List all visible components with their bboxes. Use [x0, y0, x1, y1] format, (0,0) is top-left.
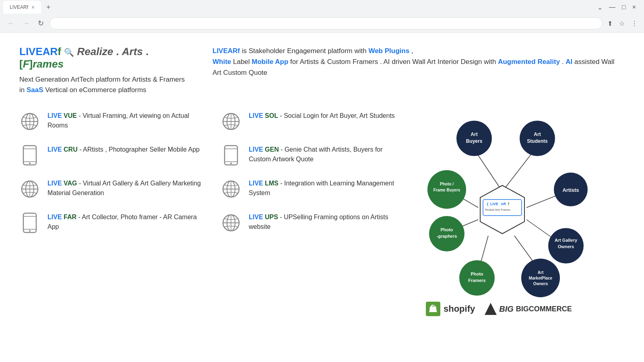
commerce-text: BIGCOMMERCE	[516, 305, 572, 313]
maximize-button[interactable]: □	[620, 2, 627, 12]
svg-text:❬: ❬	[486, 202, 489, 206]
chevron-down-icon[interactable]: ⌄	[596, 2, 604, 13]
logo-f: f	[58, 45, 61, 58]
svg-point-15	[29, 230, 31, 232]
phone-icon-far	[19, 212, 40, 233]
address-input[interactable]	[50, 17, 603, 29]
minimize-button[interactable]: —	[607, 2, 617, 12]
logo: LIVEARf 🔍 Realize . Arts . [F]rames	[19, 45, 188, 70]
svg-text:Artists: Artists	[562, 187, 579, 193]
desc-prefix: LIVEARf is Stakeholder Engagement platfo…	[213, 47, 368, 55]
ecommerce-logos: shopify BIG BIGCOMMERCE	[426, 302, 625, 316]
logo-dot1: .	[116, 45, 122, 58]
tab-title: LIVEARf	[10, 4, 28, 10]
svg-rect-20	[225, 146, 237, 165]
header-right: LIVEARf is Stakeholder Engagement platfo…	[213, 45, 625, 95]
svg-rect-12	[23, 213, 36, 232]
close-button[interactable]: ×	[631, 2, 638, 12]
sol-keyword: SOL	[265, 112, 278, 119]
svg-text:Owners: Owners	[558, 244, 574, 249]
feature-far-text: LIVE FAR - Art Collector, Photo framer -…	[47, 212, 204, 232]
feature-gen: LIVE GEN - Genie Chat with Artists, Buye…	[221, 145, 406, 166]
feature-cru-text: LIVE CRU - ARtists , Photographer Seller…	[47, 145, 200, 154]
feature-ups-title: LIVE UPS	[249, 214, 278, 220]
feature-vue-text: LIVE VUE - Virtual Framing, Art viewing …	[47, 111, 204, 130]
svg-text:-graphers: -graphers	[437, 234, 457, 239]
tab-bar: LIVEARf × + ⌄ — □ ×	[0, 0, 644, 14]
ups-keyword: UPS	[265, 214, 278, 220]
shopify-bag-svg	[428, 304, 438, 314]
globe-svg-sol	[221, 112, 241, 131]
tab-close-button[interactable]: ×	[31, 4, 35, 10]
white-label: White	[213, 58, 231, 66]
bigcommerce-logo: BIG BIGCOMMERCE	[485, 303, 572, 315]
phone-svg-far	[22, 212, 38, 233]
svg-marker-71	[485, 303, 497, 315]
livear-label: LIVEARf	[213, 47, 240, 55]
globe-svg-vag	[20, 179, 39, 199]
features-section: LIVE VUE - Virtual Framing, Art viewing …	[19, 111, 625, 316]
toolbar-icons: ⬆ ☆ ⋮	[606, 18, 639, 29]
feature-sol-text: LIVE SOL - Social Login for Art Buyer, A…	[249, 111, 395, 121]
address-bar-row: ← → ↻ ⬆ ☆ ⋮	[0, 14, 644, 32]
svg-text:Framers: Framers	[468, 278, 485, 283]
feature-vue: LIVE VUE - Virtual Framing, Art viewing …	[19, 111, 204, 132]
globe-svg-vue	[20, 112, 39, 131]
svg-text:Photo /: Photo /	[440, 182, 454, 186]
svg-point-23	[230, 162, 232, 164]
feature-vag-text: LIVE VAG - Virtual Art Gallery & Art Gal…	[47, 179, 204, 198]
feature-cru: LIVE CRU - ARtists , Photographer Seller…	[19, 145, 204, 166]
logo-bracket-close: ]	[29, 58, 33, 70]
refresh-button[interactable]: ↻	[35, 17, 46, 29]
svg-text:Realize Arts Frames: Realize Arts Frames	[485, 208, 511, 211]
header-subtitle: Next Generation ArtTech platform for Art…	[19, 74, 188, 95]
feature-lms-title: LIVE LMS	[249, 180, 279, 187]
features-right: LIVE SOL - Social Login for Art Buyer, A…	[221, 111, 406, 316]
feature-gen-text: LIVE GEN - Genie Chat with Artists, Buye…	[249, 145, 406, 164]
browser-tab[interactable]: LIVEARf ×	[3, 1, 41, 14]
logo-dot2: .	[146, 45, 149, 58]
feature-sol: LIVE SOL - Social Login for Art Buyer, A…	[221, 111, 406, 132]
svg-text:Photo: Photo	[440, 227, 453, 232]
svg-text:Photo: Photo	[471, 272, 483, 276]
svg-line-32	[474, 149, 502, 191]
diagram-section: ❬ LIVE AR f Realize Arts Frames Art Buye…	[422, 111, 625, 316]
back-button[interactable]: ←	[5, 18, 17, 29]
web-plugins-label: Web Plugins	[368, 47, 409, 55]
logo-ar: AR	[43, 45, 58, 58]
globe-icon-vue	[19, 111, 40, 132]
big-text: BIG	[499, 304, 514, 314]
header-left: LIVEARf 🔍 Realize . Arts . [F]rames Next…	[19, 45, 188, 95]
feature-cru-title: LIVE CRU	[47, 146, 78, 153]
logo-rames: rames	[33, 58, 64, 70]
menu-icon[interactable]: ⋮	[630, 18, 639, 29]
svg-text:Art: Art	[534, 132, 541, 137]
vag-keyword: VAG	[64, 180, 77, 187]
forward-button[interactable]: →	[20, 18, 32, 29]
browser-chrome: LIVEARf × + ⌄ — □ × ← → ↻ ⬆ ☆ ⋮	[0, 0, 644, 33]
share-icon[interactable]: ⬆	[606, 18, 614, 29]
lms-keyword: LMS	[265, 180, 279, 187]
header-description: LIVEARf is Stakeholder Engagement platfo…	[213, 45, 625, 78]
phone-icon-gen	[221, 145, 242, 166]
bookmark-icon[interactable]: ☆	[617, 18, 626, 29]
ai-label: AI	[566, 58, 572, 66]
feature-gen-title: LIVE GEN	[249, 146, 279, 153]
svg-text:MarketPlace: MarketPlace	[529, 276, 553, 280]
page-content: LIVEARf 🔍 Realize . Arts . [F]rames Next…	[0, 33, 644, 362]
cru-keyword: CRU	[64, 146, 78, 153]
globe-icon-sol	[221, 111, 242, 132]
window-controls: ⌄ — □ ×	[596, 2, 641, 13]
feature-far-title: LIVE FAR	[47, 214, 76, 220]
svg-text:AR: AR	[501, 202, 506, 206]
logo-arts: Arts	[122, 45, 143, 58]
far-keyword: FAR	[64, 214, 76, 220]
new-tab-button[interactable]: +	[43, 2, 54, 13]
mobile-app-label: Mobile App	[252, 58, 288, 66]
logo-frames: F	[23, 58, 29, 70]
stakeholder-diagram: ❬ LIVE AR f Realize Arts Frames Art Buye…	[422, 111, 591, 308]
svg-text:Art: Art	[471, 132, 477, 137]
svg-text:Art: Art	[538, 270, 544, 275]
svg-text:Buyers: Buyers	[466, 138, 483, 144]
logo-icon: 🔍	[64, 48, 74, 57]
